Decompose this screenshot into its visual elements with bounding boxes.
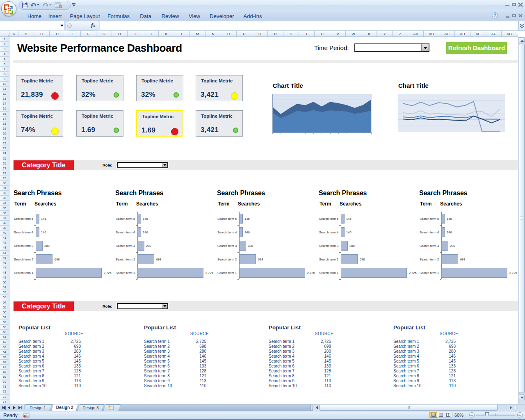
svg-text:?: ? <box>493 13 496 18</box>
